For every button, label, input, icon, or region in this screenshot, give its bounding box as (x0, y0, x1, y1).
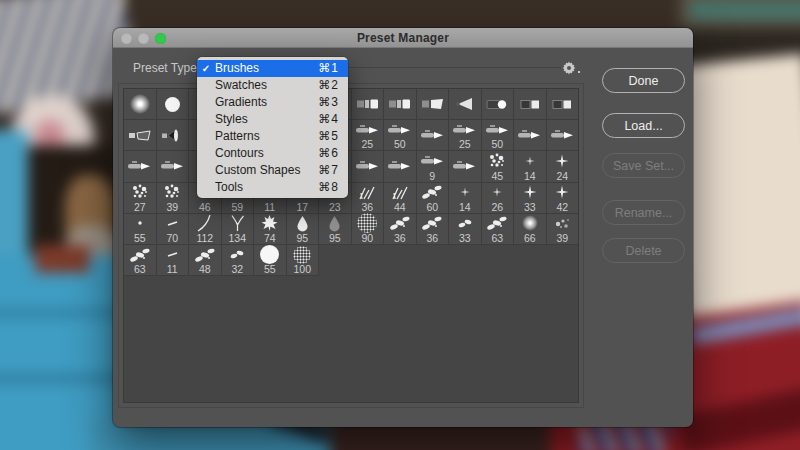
brush-size-label: 36 (417, 232, 449, 244)
save-set-button[interactable]: Save Set... (602, 153, 685, 178)
brush-preset-cell[interactable]: 27 (124, 183, 157, 214)
brush-size-label: 39 (547, 232, 579, 244)
delete-button[interactable]: Delete (602, 238, 685, 263)
brush-preset-cell[interactable]: 100 (287, 245, 320, 276)
airbrush-pen-icon (452, 160, 477, 172)
menu-item-patterns[interactable]: Patterns⌘5 (197, 128, 348, 145)
scattered-grass-brush-icon (390, 184, 410, 200)
done-button[interactable]: Done (602, 68, 685, 93)
brush-preset-cell[interactable] (157, 89, 190, 120)
load-button[interactable]: Load... (602, 113, 685, 138)
menu-item-swatches[interactable]: Swatches⌘2 (197, 77, 348, 94)
brush-size-label: 36 (352, 201, 384, 213)
brush-preset-cell[interactable]: 14 (514, 151, 547, 182)
brush-preset-cell[interactable] (449, 89, 482, 120)
menu-item-brushes[interactable]: ✓Brushes⌘1 (197, 60, 348, 77)
brush-preset-cell[interactable]: 36 (417, 214, 450, 245)
brush-preset-cell[interactable]: 55 (254, 245, 287, 276)
brush-preset-cell[interactable]: 14 (449, 183, 482, 214)
brush-preset-cell[interactable] (352, 151, 385, 182)
brush-preset-cell[interactable]: 33 (514, 183, 547, 214)
brush-preset-cell[interactable]: 32 (222, 245, 255, 276)
brush-preset-cell[interactable]: 66 (514, 214, 547, 245)
brush-preset-cell[interactable]: 45 (482, 151, 515, 182)
brush-preset-cell[interactable]: 33 (449, 214, 482, 245)
scattered-leaves-brush-icon (389, 215, 411, 231)
brush-size-label: 32 (222, 263, 254, 275)
titlebar[interactable]: Preset Manager (113, 28, 693, 48)
menu-item-gradients[interactable]: Gradients⌘3 (197, 94, 348, 111)
brush-preset-cell[interactable] (514, 120, 547, 151)
brush-preset-cell[interactable]: 26 (482, 183, 515, 214)
spatter-brush-icon (163, 183, 181, 201)
flat-angled-brush-icon (128, 128, 152, 142)
brush-size-label: 46 (189, 201, 221, 213)
brush-preset-cell[interactable]: 36 (384, 214, 417, 245)
brush-preset-cell[interactable]: 25 (352, 120, 385, 151)
brush-preset-cell[interactable]: 48 (189, 245, 222, 276)
brush-preset-cell[interactable]: 60 (417, 183, 450, 214)
brush-preset-cell[interactable]: 112 (189, 214, 222, 245)
brush-preset-cell[interactable] (384, 89, 417, 120)
brush-preset-cell[interactable]: 50 (482, 120, 515, 151)
menu-item-shortcut: ⌘4 (318, 112, 348, 126)
brush-preset-cell[interactable]: 25 (449, 120, 482, 151)
brush-preset-cell[interactable] (157, 151, 190, 182)
airbrush-pen-icon (452, 124, 477, 136)
sparkle-dot-brush-icon (492, 187, 502, 197)
brush-preset-cell[interactable] (417, 120, 450, 151)
brush-preset-cell[interactable]: 9 (417, 151, 450, 182)
menu-item-contours[interactable]: Contours⌘6 (197, 145, 348, 162)
brush-preset-cell[interactable] (547, 89, 580, 120)
brush-preset-cell[interactable]: 42 (547, 183, 580, 214)
brush-preset-cell[interactable]: 39 (157, 183, 190, 214)
brush-preset-cell[interactable] (547, 120, 580, 151)
dual-tip-brush-icon (356, 98, 379, 110)
brush-preset-cell[interactable]: 134 (222, 214, 255, 245)
brush-preset-cell[interactable] (417, 89, 450, 120)
menu-item-shortcut: ⌘7 (318, 163, 348, 177)
brush-preset-cell[interactable]: 74 (254, 214, 287, 245)
brush-preset-cell[interactable]: 24 (547, 151, 580, 182)
brush-size-label: 24 (547, 170, 579, 182)
brush-preset-cell[interactable] (352, 89, 385, 120)
preset-type-select[interactable] (349, 67, 561, 68)
small-leaves-brush-icon (228, 248, 246, 261)
flyout-menu-button[interactable] (562, 61, 582, 77)
menu-item-label: Swatches (215, 78, 318, 92)
rename-button[interactable]: Rename... (602, 200, 685, 225)
brush-preset-cell[interactable] (124, 151, 157, 182)
brush-preset-cell[interactable]: 55 (124, 214, 157, 245)
dash-brush-icon (167, 220, 178, 227)
grass-clump-brush-icon (229, 214, 246, 232)
brush-preset-cell[interactable]: 63 (482, 214, 515, 245)
brush-size-label: 45 (482, 170, 514, 182)
menu-item-tools[interactable]: Tools⌘8 (197, 179, 348, 196)
airbrush-pen-icon (355, 160, 380, 172)
brush-preset-cell[interactable]: 39 (547, 214, 580, 245)
preset-list-panel: 2550255094514242739465911172336446014263… (123, 88, 579, 403)
brush-preset-cell[interactable]: 63 (124, 245, 157, 276)
menu-item-styles[interactable]: Styles⌘4 (197, 111, 348, 128)
brush-preset-cell[interactable]: 95 (287, 214, 320, 245)
brush-preset-cell[interactable] (124, 120, 157, 151)
brush-preset-cell[interactable]: 50 (384, 120, 417, 151)
brush-preset-cell[interactable]: 36 (352, 183, 385, 214)
menu-item-custom-shapes[interactable]: Custom Shapes⌘7 (197, 162, 348, 179)
brush-preset-cell[interactable]: 44 (384, 183, 417, 214)
brush-preset-cell[interactable] (514, 89, 547, 120)
airbrush-pen-icon (485, 124, 510, 136)
brush-preset-cell[interactable] (124, 89, 157, 120)
brush-preset-cell[interactable] (449, 151, 482, 182)
brush-size-label: 39 (157, 201, 189, 213)
brush-preset-cell[interactable] (157, 120, 190, 151)
brush-preset-cell[interactable]: 90 (352, 214, 385, 245)
brush-preset-cell[interactable]: 95 (319, 214, 352, 245)
preset-type-label: Preset Type (133, 61, 197, 75)
scattered-grass-brush-icon (357, 184, 377, 200)
brush-preset-cell[interactable]: 11 (157, 245, 190, 276)
brush-preset-cell[interactable] (482, 89, 515, 120)
brush-size-label: 60 (417, 201, 449, 213)
brush-preset-cell[interactable] (384, 151, 417, 182)
brush-preset-cell[interactable]: 70 (157, 214, 190, 245)
